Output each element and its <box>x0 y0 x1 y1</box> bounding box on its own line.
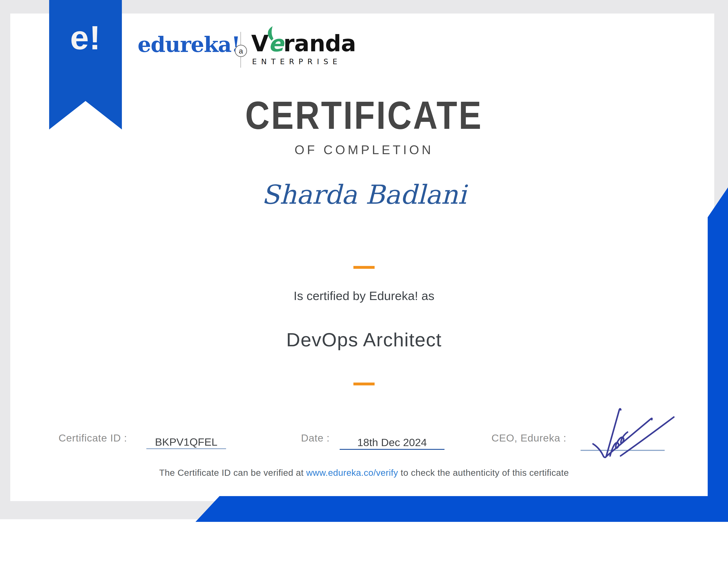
date-underline <box>340 449 444 450</box>
recipient-name: Sharda Badlani <box>0 180 728 210</box>
bottom-divider <box>353 382 375 385</box>
certified-line: Is certified by Edureka! as <box>0 288 728 303</box>
ceo-label: CEO, Edureka : <box>491 432 566 444</box>
certificate-title-text: CERTIFICATE <box>245 96 483 135</box>
certificate-id-label: Certificate ID : <box>59 432 127 444</box>
top-divider <box>353 266 375 269</box>
ceo-signature <box>578 403 681 463</box>
veranda-enterprise-label: ENTERPRISE <box>252 57 342 66</box>
veranda-leaf-icon <box>265 26 274 42</box>
course-title: DevOps Architect <box>0 328 728 351</box>
verification-line: The Certificate ID can be verified at ww… <box>0 468 728 478</box>
certificate-id-underline <box>146 448 226 449</box>
logo-connector-a: a <box>235 45 247 57</box>
date-value: 18th Dec 2024 <box>340 436 444 448</box>
bottom-blue-band <box>195 496 728 522</box>
certificate-title: CERTIFICATE <box>0 96 728 135</box>
veranda-randa: randa <box>284 30 356 57</box>
certificate-id-value: BKPV1QFEL <box>146 436 226 448</box>
edureka-logo: edureka! <box>138 34 240 55</box>
edureka-badge-icon: e! <box>49 0 122 55</box>
date-label: Date : <box>301 432 330 444</box>
certificate-subtitle: OF COMPLETION <box>0 142 728 157</box>
verification-prefix: The Certificate ID can be verified at <box>159 468 306 478</box>
verification-link[interactable]: www.edureka.co/verify <box>306 468 398 478</box>
verification-suffix: to check the authenticity of this certif… <box>398 468 569 478</box>
